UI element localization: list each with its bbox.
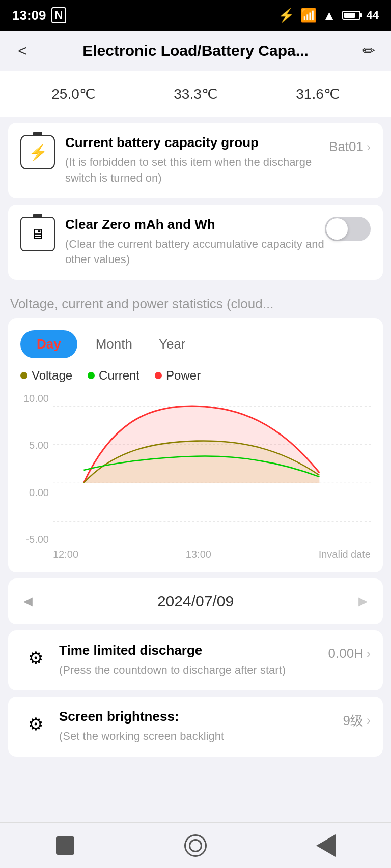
time-discharge-content: Time limited discharge (Press the countd… bbox=[59, 643, 328, 678]
chart-svg-container bbox=[53, 391, 371, 546]
temp-2: 33.3℃ bbox=[174, 85, 217, 102]
x-axis: 12:00 13:00 Invalid date bbox=[20, 546, 371, 560]
battery-group-value[interactable]: Bat01 › bbox=[329, 135, 371, 155]
bottom-navigation bbox=[0, 822, 391, 868]
legend-voltage: Voltage bbox=[20, 368, 72, 383]
date-prev-button[interactable]: ◄ bbox=[20, 593, 36, 610]
chart-tabs: Day Month Year bbox=[20, 330, 371, 358]
time: 13:09 bbox=[12, 8, 46, 23]
y-label-10: 10.00 bbox=[20, 393, 53, 404]
temperature-row: 25.0℃ 33.3℃ 31.6℃ bbox=[0, 71, 391, 117]
time-discharge-chevron: › bbox=[367, 647, 371, 661]
clear-zero-title: Clear Zero mAh and Wh bbox=[65, 217, 325, 233]
signal-icon: 📶 bbox=[300, 8, 317, 23]
legend-current-label: Current bbox=[99, 368, 139, 383]
brightness-icon: ⚙ bbox=[20, 709, 51, 739]
bluetooth-icon: ⚡ bbox=[278, 8, 294, 23]
x-label-3: Invalid date bbox=[319, 548, 371, 560]
time-discharge-icon: ⚙ bbox=[20, 643, 51, 673]
y-axis: 10.00 5.00 0.00 -5.00 bbox=[20, 391, 53, 546]
y-label-neg5: -5.00 bbox=[20, 534, 53, 545]
nav-back-button[interactable] bbox=[311, 830, 341, 861]
stats-section-label: Voltage, current and power statistics (c… bbox=[0, 286, 391, 318]
chart-legend: Voltage Current Power bbox=[20, 368, 371, 383]
brightness-subtitle: (Set the working screen backlight bbox=[59, 729, 343, 744]
status-bar-right: ⚡ 📶 ▲ 44 bbox=[278, 8, 379, 23]
nav-stop-button[interactable] bbox=[50, 830, 80, 861]
battery-group-icon: ⚡ bbox=[20, 135, 55, 169]
time-discharge-title: Time limited discharge bbox=[59, 643, 328, 658]
tab-month[interactable]: Month bbox=[88, 330, 141, 358]
date-next-button[interactable]: ► bbox=[355, 593, 371, 610]
header: < Electronic Load/Battery Capa... ✏ bbox=[0, 31, 391, 71]
battery-group-subtitle: (It is forbidden to set this item when t… bbox=[65, 155, 329, 186]
clear-zero-card: 🖥 Clear Zero mAh and Wh (Clear the curre… bbox=[8, 205, 383, 280]
chevron-right-icon: › bbox=[367, 140, 371, 154]
status-bar-left: 13:09 N bbox=[12, 7, 66, 23]
clear-zero-content: Clear Zero mAh and Wh (Clear the current… bbox=[65, 217, 325, 268]
x-label-2: 13:00 bbox=[186, 548, 211, 560]
battery-icon bbox=[342, 11, 360, 20]
battery-group-content: Current battery capacity group (It is fo… bbox=[65, 135, 329, 186]
tab-year[interactable]: Year bbox=[151, 330, 194, 358]
brightness-card: ⚙ Screen brightness: (Set the working sc… bbox=[8, 697, 383, 757]
time-discharge-subtitle: (Press the countdown to discharge after … bbox=[59, 662, 328, 678]
legend-power-label: Power bbox=[166, 368, 201, 383]
brightness-chevron: › bbox=[367, 713, 371, 728]
date-navigation: ◄ 2024/07/09 ► bbox=[8, 578, 383, 624]
back-button[interactable]: < bbox=[12, 42, 33, 60]
legend-power: Power bbox=[155, 368, 201, 383]
brightness-title: Screen brightness: bbox=[59, 709, 343, 725]
brightness-row: ⚙ Screen brightness: (Set the working sc… bbox=[20, 709, 371, 744]
time-discharge-card: ⚙ Time limited discharge (Press the coun… bbox=[8, 630, 383, 690]
time-discharge-value[interactable]: 0.00H › bbox=[328, 643, 371, 661]
page-title: Electronic Load/Battery Capa... bbox=[33, 42, 358, 60]
battery-group-title: Current battery capacity group bbox=[65, 135, 329, 151]
x-label-1: 12:00 bbox=[53, 548, 78, 560]
brightness-content: Screen brightness: (Set the working scre… bbox=[59, 709, 343, 744]
time-discharge-row: ⚙ Time limited discharge (Press the coun… bbox=[20, 643, 371, 678]
clear-zero-toggle[interactable] bbox=[325, 217, 371, 241]
clear-zero-icon: 🖥 bbox=[20, 217, 55, 251]
brightness-value[interactable]: 9级 › bbox=[343, 709, 371, 730]
edit-button[interactable]: ✏ bbox=[358, 42, 379, 60]
battery-group-card: ⚡ Current battery capacity group (It is … bbox=[8, 123, 383, 198]
legend-current: Current bbox=[88, 368, 139, 383]
y-label-5: 5.00 bbox=[20, 440, 53, 451]
temp-1: 25.0℃ bbox=[51, 85, 95, 102]
clear-zero-subtitle: (Clear the current battery accumulative … bbox=[65, 237, 325, 268]
chart-wrapper: 10.00 5.00 0.00 -5.00 bbox=[20, 391, 371, 560]
tab-day[interactable]: Day bbox=[20, 330, 77, 358]
temp-3: 31.6℃ bbox=[296, 85, 340, 102]
legend-voltage-label: Voltage bbox=[32, 368, 72, 383]
nav-home-button[interactable] bbox=[180, 830, 211, 861]
chart-svg bbox=[53, 391, 371, 544]
battery-percent: 44 bbox=[367, 9, 379, 22]
chart-card: Day Month Year Voltage Current Power 10.… bbox=[8, 318, 383, 572]
nfc-icon: N bbox=[51, 7, 67, 23]
wifi-icon: ▲ bbox=[323, 8, 336, 23]
chart-body: 10.00 5.00 0.00 -5.00 bbox=[20, 391, 371, 546]
date-value: 2024/07/09 bbox=[157, 593, 234, 610]
y-label-0: 0.00 bbox=[20, 487, 53, 499]
status-bar: 13:09 N ⚡ 📶 ▲ 44 bbox=[0, 0, 391, 31]
